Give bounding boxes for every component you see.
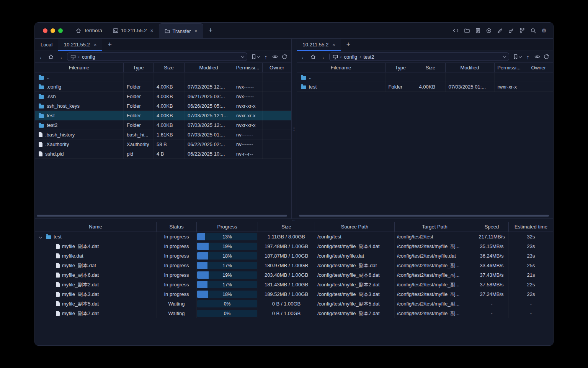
transfer-row[interactable]: myfile_副本.datIn progress17%180.97MB / 1.… xyxy=(35,261,553,270)
file-row[interactable]: testFolder4.00KB07/03/2025 12:1...rwxr-x… xyxy=(35,111,291,120)
gear-icon[interactable]: ⚙ xyxy=(542,28,547,33)
file-modified: 07/02/2025 12:... xyxy=(185,82,233,92)
zoom-window-button[interactable] xyxy=(58,28,63,33)
folder-icon[interactable] xyxy=(464,28,470,33)
upload-button[interactable]: ↑ xyxy=(524,54,532,60)
search-icon[interactable] xyxy=(531,28,536,33)
column-header[interactable]: Size xyxy=(154,63,185,72)
column-header[interactable]: Filename xyxy=(297,63,385,72)
transfer-row[interactable]: myfile_副本2.datIn progress17%181.43MB / 1… xyxy=(35,280,553,289)
close-tab-icon[interactable]: × xyxy=(332,42,335,48)
bookmark-button[interactable] xyxy=(250,54,261,59)
tab-local[interactable]: Local xyxy=(35,39,58,51)
tab-transfer[interactable]: Transfer × xyxy=(159,23,203,38)
column-header[interactable]: Permissi... xyxy=(233,63,263,72)
column-header[interactable]: Type xyxy=(385,63,416,72)
forward-button[interactable]: → xyxy=(56,54,64,60)
home-button[interactable] xyxy=(47,54,55,59)
horizontal-scrollbar[interactable] xyxy=(37,215,287,217)
forward-button[interactable]: → xyxy=(318,54,326,60)
column-header[interactable]: Name xyxy=(35,222,157,232)
column-header[interactable]: Progress xyxy=(197,222,258,232)
upload-button[interactable]: ↑ xyxy=(262,54,270,60)
new-window-tab-button[interactable]: + xyxy=(203,23,218,38)
tab-remote-host[interactable]: 10.211.55.2 × xyxy=(58,39,102,51)
journal-icon[interactable] xyxy=(475,28,480,33)
record-icon[interactable] xyxy=(486,28,492,33)
tab-host-session[interactable]: 10.211.55.2 × xyxy=(108,23,159,38)
column-header[interactable]: Owner xyxy=(524,63,554,72)
file-row[interactable]: .sshFolder4.00KB06/21/2025 03:...rwx----… xyxy=(35,92,291,101)
file-row[interactable]: .XauthorityXauthority58 B06/22/2025 02:.… xyxy=(35,140,291,149)
file-permissions: rwx------ xyxy=(233,82,263,92)
transfer-splitter[interactable]: ⋯ xyxy=(35,219,553,222)
pencil-icon[interactable] xyxy=(497,28,503,33)
transfer-row[interactable]: testIn progress13%1.11GB / 8.00GB/config… xyxy=(35,232,553,242)
column-header[interactable]: Status xyxy=(157,222,197,232)
file-row[interactable]: ssh_host_keysFolder4.00KB06/26/2025 05:.… xyxy=(35,101,291,111)
chevron-down-icon[interactable] xyxy=(241,54,244,58)
panel-splitter[interactable]: ⋮ xyxy=(291,39,297,219)
file-row[interactable]: .configFolder4.00KB07/02/2025 12:...rwx-… xyxy=(35,82,291,92)
tab-label: Termora xyxy=(84,28,102,33)
horizontal-scrollbar[interactable] xyxy=(299,215,549,217)
close-tab-icon[interactable]: × xyxy=(149,28,153,34)
column-header[interactable]: Target Path xyxy=(395,222,475,232)
file-owner xyxy=(263,130,291,140)
back-button[interactable]: ← xyxy=(38,54,46,60)
column-header[interactable]: Size xyxy=(416,63,446,72)
column-header[interactable]: Filename xyxy=(35,63,124,72)
tab-termora[interactable]: Termora xyxy=(70,23,108,38)
file-name-cell: test xyxy=(297,82,385,92)
breadcrumb-item[interactable]: config xyxy=(82,54,95,60)
transfer-row[interactable]: myfile_副本3.datIn progress18%189.52MB / 1… xyxy=(35,289,553,299)
column-header[interactable]: Estimated time xyxy=(509,222,553,232)
right-path-bar[interactable]: › config › test2 xyxy=(329,53,510,61)
show-hidden-eye-button[interactable] xyxy=(533,54,541,59)
collapse-chevron-icon[interactable] xyxy=(39,235,42,238)
tab-remote-host[interactable]: 10.211.55.2 × xyxy=(297,39,341,51)
file-row[interactable]: .. xyxy=(297,72,554,82)
progress-bar: 0% xyxy=(197,300,257,307)
column-header[interactable]: Source Path xyxy=(315,222,395,232)
home-button[interactable] xyxy=(309,54,317,59)
transfer-row[interactable]: myfile_副本5.datWaiting0%0 B / 1.00GB/conf… xyxy=(35,299,553,309)
file-row[interactable]: testFolder4.00KB07/03/2025 01:...rwxr-xr… xyxy=(297,82,554,92)
file-row[interactable]: sshd.pidpid4 B06/22/2025 10:...rw-r--r-- xyxy=(35,149,291,159)
close-tab-icon[interactable]: × xyxy=(93,42,97,48)
refresh-button[interactable] xyxy=(281,54,288,59)
close-tab-icon[interactable]: × xyxy=(194,28,198,34)
file-row[interactable]: .bash_historybash_hi...1.61KB07/03/2025 … xyxy=(35,130,291,140)
bookmark-button[interactable] xyxy=(512,54,523,59)
file-modified: 06/22/2025 02:... xyxy=(185,140,233,149)
breadcrumb-separator: › xyxy=(359,54,361,59)
column-header[interactable]: Type xyxy=(124,63,154,72)
new-panel-tab-button[interactable]: + xyxy=(341,39,356,51)
back-button[interactable]: ← xyxy=(300,54,308,60)
file-row[interactable]: .. xyxy=(35,72,291,82)
transfer-row[interactable]: myfile_副本6.datIn progress19%203.48MB / 1… xyxy=(35,270,553,280)
code-icon[interactable] xyxy=(453,28,459,33)
left-path-bar[interactable]: › config xyxy=(67,53,247,61)
column-header[interactable]: Modified xyxy=(185,63,233,72)
transfer-row[interactable]: myfile.datIn progress18%187.87MB / 1.00G… xyxy=(35,251,553,261)
breadcrumb-item[interactable]: test2 xyxy=(363,54,374,60)
new-panel-tab-button[interactable]: + xyxy=(102,39,117,51)
file-row[interactable]: test2Folder4.00KB07/03/2025 12:...rwxr-x… xyxy=(35,120,291,130)
minimize-window-button[interactable] xyxy=(51,28,55,33)
refresh-button[interactable] xyxy=(542,54,550,59)
column-header[interactable]: Modified xyxy=(446,63,495,72)
close-window-button[interactable] xyxy=(43,28,47,33)
key-icon[interactable] xyxy=(508,28,514,33)
show-hidden-eye-button[interactable] xyxy=(271,54,279,59)
branch-icon[interactable] xyxy=(519,28,525,33)
column-header[interactable]: Owner xyxy=(263,63,291,72)
chevron-down-icon[interactable] xyxy=(503,54,506,58)
column-header[interactable]: Size xyxy=(258,222,315,232)
column-header[interactable]: Permissi... xyxy=(495,63,524,72)
transfer-row[interactable]: myfile_副本4.datIn progress19%197.48MB / 1… xyxy=(35,242,553,251)
column-header[interactable]: Speed xyxy=(475,222,509,232)
transfer-source-path: /config/test/myfile_副本.dat xyxy=(315,261,395,270)
transfer-row[interactable]: myfile_副本7.datWaiting0%0 B / 1.00GB/conf… xyxy=(35,309,553,318)
breadcrumb-item[interactable]: config xyxy=(344,54,358,60)
